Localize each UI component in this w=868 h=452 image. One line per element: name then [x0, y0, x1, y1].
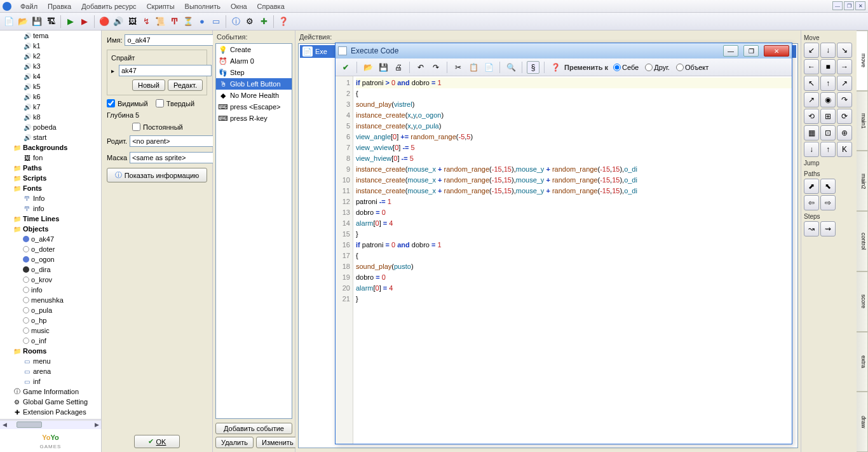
apply-self-radio[interactable]: [613, 64, 621, 71]
restore-icon[interactable]: ❐: [844, 1, 854, 10]
tree-item[interactable]: 🔊k7: [0, 102, 101, 112]
palette-action-icon[interactable]: ↓: [820, 43, 836, 58]
edit-event-button[interactable]: Изменить: [256, 437, 299, 448]
palette-action-icon[interactable]: ⬈: [804, 179, 819, 194]
palette-action-icon[interactable]: ⟳: [837, 109, 852, 124]
tree-item[interactable]: 🔊k8: [0, 112, 101, 122]
tree-item[interactable]: 🔊k3: [0, 61, 101, 71]
palette-action-icon[interactable]: ↑: [820, 142, 836, 157]
palette-action-icon[interactable]: ↗: [804, 92, 819, 107]
tree-item[interactable]: 📁Scripts: [0, 173, 101, 183]
menu-скрипты[interactable]: Скрипты: [142, 1, 180, 11]
event-item[interactable]: ◆No More Health: [216, 90, 292, 101]
event-item[interactable]: 👣Step: [216, 67, 292, 78]
palette-action-icon[interactable]: ↘: [837, 43, 852, 58]
code-undo-icon[interactable]: ↶: [414, 61, 427, 74]
code-goto-icon[interactable]: §: [527, 61, 539, 74]
tree-item[interactable]: 🔊k6: [0, 92, 101, 102]
persistent-checkbox[interactable]: [132, 123, 140, 131]
menu-файл[interactable]: Файл: [15, 1, 43, 11]
palette-action-icon[interactable]: →: [837, 59, 852, 74]
new-file-icon[interactable]: 📄: [3, 15, 15, 28]
tree-item[interactable]: 📁Fonts: [0, 183, 101, 193]
code-copy-icon[interactable]: 📋: [467, 61, 480, 74]
code-redo-icon[interactable]: ↷: [430, 61, 442, 74]
menu-выполнить[interactable]: Выполнить: [180, 1, 226, 11]
save-icon[interactable]: 💾: [31, 15, 43, 28]
tree-item[interactable]: o_krov: [0, 275, 101, 285]
debug-icon[interactable]: ▶: [78, 15, 91, 28]
visible-checkbox[interactable]: [107, 99, 115, 107]
solid-checkbox[interactable]: [156, 99, 164, 107]
event-item[interactable]: 🖱Glob Left Button: [216, 78, 292, 90]
menu-окна[interactable]: Окна: [226, 1, 252, 11]
palette-tab-main1[interactable]: main1: [857, 91, 868, 151]
show-info-button[interactable]: ⓘ Показать информацию: [107, 168, 207, 182]
code-titlebar[interactable]: Execute Code — ❐ ✕: [336, 43, 792, 58]
tree-item[interactable]: ▭inf: [0, 376, 101, 387]
palette-action-icon[interactable]: ⬉: [820, 179, 836, 194]
tree-item[interactable]: 🖼fon: [0, 153, 101, 163]
palette-action-icon[interactable]: ⊡: [820, 125, 836, 140]
palette-action-icon[interactable]: ⟲: [804, 109, 819, 124]
palette-action-icon[interactable]: ⇨: [820, 195, 836, 210]
code-find-icon[interactable]: 🔍: [505, 61, 517, 74]
palette-action-icon[interactable]: K: [837, 142, 852, 157]
info-icon[interactable]: ⓘ: [229, 15, 242, 28]
event-item[interactable]: ⏰Alarm 0: [216, 55, 292, 67]
menu-добавить ресурс[interactable]: Добавить ресурс: [76, 1, 141, 11]
tree-item[interactable]: music: [0, 325, 101, 336]
palette-tab-score[interactable]: score: [857, 271, 868, 332]
palette-tab-control[interactable]: control: [857, 211, 868, 271]
palette-action-icon[interactable]: ↗: [837, 76, 852, 91]
tree-item[interactable]: 📁Paths: [0, 163, 101, 173]
palette-action-icon[interactable]: ▦: [804, 125, 819, 140]
palette-tab-extra[interactable]: extra: [857, 332, 868, 392]
tree-item[interactable]: info: [0, 285, 101, 295]
code-minimize-icon[interactable]: —: [723, 45, 738, 57]
script-add-icon[interactable]: 📜: [154, 15, 166, 28]
tree-item[interactable]: o_doter: [0, 244, 101, 254]
events-list[interactable]: 💡Create⏰Alarm 0👣Step🖱Glob Left Button◆No…: [215, 43, 292, 419]
tree-item[interactable]: 🔊k5: [0, 81, 101, 92]
palette-action-icon[interactable]: ◉: [820, 92, 836, 107]
run-icon[interactable]: ▶: [64, 15, 77, 28]
tree-item[interactable]: 📁Backgrounds: [0, 142, 101, 153]
tree-item[interactable]: ▭arena: [0, 366, 101, 376]
timeline-icon[interactable]: ⏳: [182, 15, 194, 28]
export-icon[interactable]: 🏗: [44, 15, 57, 28]
tree-item[interactable]: o_pula: [0, 305, 101, 315]
close-icon[interactable]: ✕: [855, 1, 865, 10]
bg-icon[interactable]: 🖼: [126, 15, 139, 28]
tree-item[interactable]: ͲInfo: [0, 193, 101, 203]
parent-input[interactable]: [130, 135, 222, 147]
event-item[interactable]: ⌨press R-key: [216, 113, 292, 124]
tree-item[interactable]: ⚙Global Game Setting: [0, 397, 101, 407]
tree-item[interactable]: o_dira: [0, 264, 101, 275]
tree-item[interactable]: 🔊k2: [0, 51, 101, 61]
sprite-icon[interactable]: 🔴: [98, 15, 111, 28]
code-paste-icon[interactable]: 📄: [482, 61, 495, 74]
code-save-icon[interactable]: 💾: [377, 61, 390, 74]
open-icon[interactable]: 📂: [17, 15, 29, 28]
sprite-input[interactable]: [119, 65, 212, 76]
palette-action-icon[interactable]: ↓: [804, 142, 819, 157]
tree-item[interactable]: o_hp: [0, 315, 101, 325]
code-help-icon[interactable]: ❓: [549, 61, 562, 74]
edit-sprite-button[interactable]: Редакт.: [168, 79, 203, 91]
object-icon[interactable]: ●: [196, 15, 208, 28]
tree-item[interactable]: ✚Extension Packages: [0, 407, 101, 417]
palette-action-icon[interactable]: ■: [820, 59, 836, 74]
tree-item[interactable]: 🔊k4: [0, 71, 101, 81]
event-item[interactable]: ⌨press <Escape>: [216, 101, 292, 113]
code-textarea[interactable]: if patroni > 0 and dobro = 1{sound_play(…: [353, 76, 792, 444]
tree-item[interactable]: 🔊k1: [0, 41, 101, 51]
tree-item[interactable]: 🔊pobeda: [0, 122, 101, 132]
new-sprite-button[interactable]: Новый: [132, 79, 165, 91]
delete-event-button[interactable]: Удалить: [215, 437, 254, 448]
tree-item[interactable]: ▭menu: [0, 356, 101, 366]
tree-item[interactable]: 🔊start: [0, 132, 101, 142]
menu-правка[interactable]: Правка: [43, 1, 76, 11]
palette-action-icon[interactable]: ↑: [820, 76, 836, 91]
apply-object-radio[interactable]: [676, 64, 684, 71]
